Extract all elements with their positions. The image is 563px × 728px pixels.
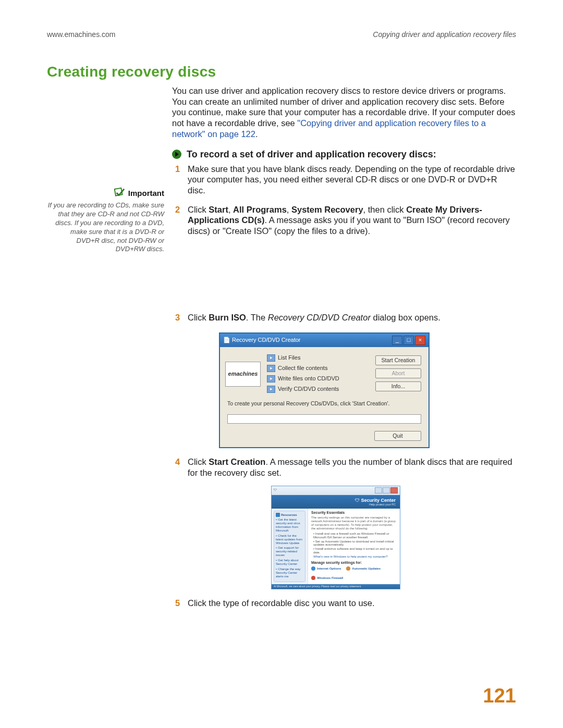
internet-options-link[interactable]: Internet Options <box>311 566 341 571</box>
security-essentials-heading: Security Essentials <box>311 511 397 515</box>
header-section: Copying driver and application recovery … <box>373 30 516 39</box>
sidebar-link[interactable]: •Get help about Security Center <box>276 559 303 566</box>
play-arrow-icon <box>172 150 181 159</box>
globe-icon <box>311 566 315 571</box>
quit-button[interactable]: Quit <box>374 431 421 441</box>
intro-paragraph: You can use driver and application recov… <box>172 85 516 139</box>
running-header: www.emachines.com Copying driver and app… <box>47 30 516 39</box>
windows-firewall-link[interactable]: Windows Firewall <box>311 576 343 580</box>
sidebar-link[interactable]: •Get support for security-related issues <box>276 546 303 557</box>
security-center-window: 🛡 🛡 Security Center Help protect your PC <box>271 486 400 590</box>
page-number: 121 <box>483 685 516 707</box>
emachines-logo: emachines <box>225 362 261 387</box>
window-title-icon: 🛡 <box>274 488 277 492</box>
abort-button[interactable]: Abort <box>375 368 421 378</box>
info-button[interactable]: Info... <box>375 381 421 391</box>
header-url: www.emachines.com <box>47 30 116 39</box>
step-1: 1 Make sure that you have blank discs re… <box>188 164 516 196</box>
shield-icon <box>276 513 280 517</box>
firewall-icon <box>311 576 315 580</box>
step-3: 3 Click Burn ISO. The Recovery CD/DVD Cr… <box>188 312 516 448</box>
sidebar-link[interactable]: •Check for the latest updates from Windo… <box>276 534 303 545</box>
instruction-heading: To record a set of driver and applicatio… <box>187 149 436 161</box>
close-icon[interactable]: × <box>415 336 425 345</box>
important-label: Important <box>128 189 164 198</box>
automatic-updates-link[interactable]: Automatic Updates <box>346 566 381 571</box>
step-arrow-icon: ▸ <box>267 386 275 393</box>
page-title: Creating recovery discs <box>47 64 516 80</box>
step-arrow-icon: ▸ <box>267 375 275 382</box>
sidebar-link[interactable]: •Get the latest security and virus infor… <box>276 518 303 533</box>
recovery-creator-dialog: 📄 Recovery CD/DVD Creator _ □ × emachine… <box>219 332 430 448</box>
important-note: Important If you are recording to CDs, m… <box>47 187 164 254</box>
important-check-icon <box>114 187 125 199</box>
start-creation-button[interactable]: Start Creation <box>375 355 421 365</box>
progress-bar <box>227 414 421 424</box>
sidebar-link[interactable]: •Change the way Security Center alerts m… <box>276 567 303 578</box>
maximize-icon[interactable] <box>383 487 390 493</box>
whats-new-link[interactable]: What's new in Windows to help protect my… <box>313 555 397 559</box>
step-5: 5 Click the type of recordable disc you … <box>188 598 516 609</box>
dialog-footer: At Microsoft, we care about your privacy… <box>272 584 400 589</box>
minimize-icon[interactable]: _ <box>392 336 402 345</box>
security-center-banner: 🛡 Security Center Help protect your PC <box>272 495 400 509</box>
step-arrow-icon: ▸ <box>267 365 275 372</box>
dialog-hint-text: To create your personal Recovery CDs/DVD… <box>220 399 429 410</box>
minimize-icon[interactable] <box>375 487 382 493</box>
step-2: 2 Click Start, All Programs, System Reco… <box>188 204 516 304</box>
important-text: If you are recording to CDs, make sure t… <box>47 201 164 254</box>
dialog-titlebar: 📄 Recovery CD/DVD Creator _ □ × <box>220 334 429 347</box>
maximize-icon[interactable]: □ <box>403 336 414 345</box>
step-arrow-icon: ▸ <box>267 354 275 362</box>
updates-icon <box>346 566 350 571</box>
step-4: 4 Click Start Creation. A message tells … <box>188 456 516 589</box>
resources-sidebar: Resources •Get the latest security and v… <box>272 509 308 584</box>
close-icon[interactable] <box>390 487 398 493</box>
